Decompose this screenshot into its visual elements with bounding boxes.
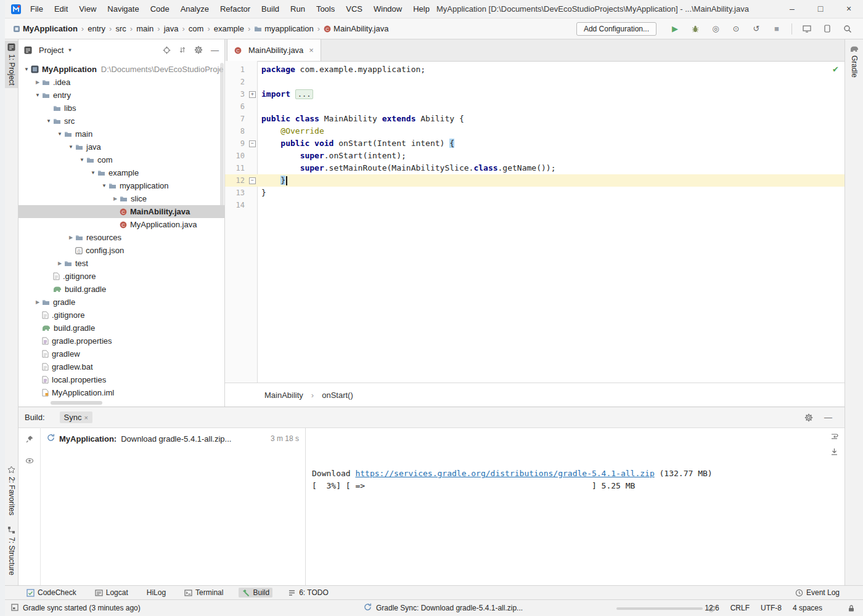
menu-build[interactable]: Build — [256, 0, 285, 18]
close-icon[interactable]: × — [84, 414, 88, 421]
tree-item-myapplication[interactable]: ▼myapplication — [18, 179, 224, 192]
fold-marker-icon[interactable]: − — [249, 177, 256, 184]
console-link[interactable]: https://services.gradle.org/distribution… — [355, 469, 654, 478]
expand-arrow-icon[interactable]: ▶ — [111, 196, 120, 201]
expand-arrow-icon[interactable]: ▼ — [67, 144, 75, 150]
previewer-icon[interactable] — [822, 23, 833, 34]
device-manager-icon[interactable] — [801, 23, 812, 34]
breadcrumb-item-myapplication[interactable]: myapplication — [252, 23, 316, 34]
toolwindow-button-hilog[interactable]: HiLog — [144, 588, 169, 598]
build-console[interactable]: Download https://services.gradle.org/dis… — [306, 428, 845, 585]
tree-item-build-gradle[interactable]: build.gradle — [18, 322, 224, 334]
indent-setting[interactable]: 4 spaces — [793, 604, 822, 612]
toolwindow-button-build[interactable]: Build — [239, 588, 272, 598]
expand-arrow-icon[interactable]: ▼ — [44, 118, 53, 124]
stop-icon[interactable]: ■ — [771, 23, 782, 34]
minimize-button[interactable]: – — [778, 0, 806, 18]
tree-item-gradlew[interactable]: gradlew — [18, 347, 224, 360]
tree-item-build-gradle[interactable]: build.gradle — [18, 283, 224, 296]
tree-item-myapplication-java[interactable]: CMyApplication.java — [18, 218, 224, 231]
toolwindow-button-terminal[interactable]: Terminal — [181, 588, 226, 598]
folded-region[interactable]: ... — [295, 89, 314, 99]
toolwindow-button-codecheck[interactable]: CodeCheck — [23, 588, 80, 598]
menu-file[interactable]: File — [25, 0, 49, 18]
expand-arrow-icon[interactable]: ▶ — [33, 79, 42, 85]
expand-arrow-icon[interactable]: ▼ — [33, 92, 42, 98]
tree-item-example[interactable]: ▼example — [18, 166, 224, 179]
breadcrumb-item-mainability-java[interactable]: CMainAbility.java — [322, 23, 390, 34]
coverage-icon[interactable]: ◎ — [710, 23, 721, 34]
search-icon[interactable] — [842, 23, 853, 34]
locate-icon[interactable] — [163, 46, 171, 54]
pin-icon[interactable] — [25, 435, 34, 445]
tree-item-slice[interactable]: ▶slice — [18, 192, 224, 205]
breadcrumb-item-com[interactable]: com — [187, 23, 206, 34]
breadcrumb-item-entry[interactable]: entry — [86, 23, 107, 34]
attach-icon[interactable]: ⊙ — [730, 23, 742, 34]
close-button[interactable]: × — [835, 0, 863, 18]
build-task-row[interactable]: MyApplication: Download gradle-5.4.1-all… — [41, 432, 305, 445]
tree-item-mainability-java[interactable]: CMainAbility.java — [18, 205, 224, 218]
tree-item-libs[interactable]: libs — [18, 102, 224, 115]
tree-item-gitignore[interactable]: .gitignore — [18, 309, 224, 322]
event-log-button[interactable]: Event Log — [795, 588, 840, 597]
breadcrumb-item-java[interactable]: java — [162, 23, 181, 34]
menu-tools[interactable]: Tools — [311, 0, 340, 18]
tree-item-main[interactable]: ▼main — [18, 128, 224, 140]
close-icon[interactable]: × — [309, 46, 314, 55]
tree-item-test[interactable]: ▶test — [18, 257, 224, 270]
menu-navigate[interactable]: Navigate — [102, 0, 144, 18]
menu-refactor[interactable]: Refactor — [215, 0, 256, 18]
project-tree-vertical-scrollbar[interactable] — [220, 63, 224, 217]
toolwindow-toggle-icon[interactable] — [11, 604, 18, 613]
tool-stripe-1-project[interactable]: 1: Project — [5, 41, 18, 88]
menu-help[interactable]: Help — [407, 0, 435, 18]
debug-icon[interactable] — [690, 23, 701, 34]
breadcrumb-item-myapplication[interactable]: MyApplication — [11, 23, 80, 34]
tree-item-gradlew-bat[interactable]: gradlew.bat — [18, 360, 224, 373]
expand-arrow-icon[interactable]: ▼ — [55, 131, 64, 137]
expand-arrow-icon[interactable]: ▼ — [22, 67, 31, 72]
chevron-down-icon[interactable]: ▼ — [67, 47, 72, 53]
gear-icon[interactable] — [803, 412, 814, 423]
tool-stripe-2-favorites[interactable]: 2: Favorites — [5, 463, 18, 518]
file-encoding[interactable]: UTF-8 — [761, 604, 782, 612]
run-icon[interactable]: ▶ — [669, 23, 681, 34]
tree-item-resources[interactable]: ▶resources — [18, 231, 224, 244]
filter-eye-icon[interactable] — [25, 456, 34, 467]
breadcrumb-item-example[interactable]: example — [212, 23, 246, 34]
maximize-button[interactable]: □ — [806, 0, 835, 18]
menu-vcs[interactable]: VCS — [340, 0, 368, 18]
profiler-icon[interactable]: ↺ — [751, 23, 762, 34]
tree-item-idea[interactable]: ▶.idea — [18, 76, 224, 89]
fold-marker-icon[interactable]: + — [249, 91, 256, 98]
tree-item-gradle[interactable]: ▶gradle — [18, 296, 224, 309]
menu-view[interactable]: View — [73, 0, 102, 18]
toolwindow-button-6-todo[interactable]: 6: TODO — [285, 588, 332, 598]
menu-run[interactable]: Run — [285, 0, 311, 18]
caret-position[interactable]: 12:6 — [705, 604, 719, 612]
menu-code[interactable]: Code — [145, 0, 175, 18]
editor-tab-mainability[interactable]: C MainAbility.java × — [227, 39, 321, 61]
menu-edit[interactable]: Edit — [49, 0, 73, 18]
expand-arrow-icon[interactable]: ▶ — [33, 299, 42, 305]
soft-wrap-icon[interactable] — [830, 432, 838, 440]
scroll-end-icon[interactable] — [830, 448, 838, 456]
tree-item-myapplication[interactable]: ▼MyApplicationD:\Documents\DevEcoStudioP… — [18, 63, 224, 76]
add-configuration-button[interactable]: Add Configuration... — [576, 22, 656, 36]
breadcrumb-method[interactable]: onStart() — [322, 391, 353, 400]
tree-item-gradle-properties[interactable]: gradle.properties — [18, 334, 224, 347]
tree-item-myapplication-iml[interactable]: MyApplication.iml — [18, 386, 224, 399]
tree-item-java[interactable]: ▼java — [18, 140, 224, 153]
fold-marker-icon[interactable]: − — [249, 140, 256, 147]
tree-item-gitignore[interactable]: .gitignore — [18, 270, 224, 283]
expand-arrow-icon[interactable]: ▼ — [100, 183, 108, 188]
collapse-icon[interactable] — [179, 46, 186, 54]
build-tab-sync[interactable]: Sync × — [60, 411, 92, 423]
tree-item-entry[interactable]: ▼entry — [18, 89, 224, 102]
code-area[interactable]: 1package com.example.myapplication;23+im… — [225, 61, 845, 383]
expand-arrow-icon[interactable]: ▼ — [89, 170, 97, 176]
toolwindow-button-logcat[interactable]: Logcat — [92, 588, 131, 598]
tool-stripe-gradle[interactable]: Gradle — [845, 43, 863, 80]
expand-arrow-icon[interactable]: ▼ — [78, 157, 86, 163]
